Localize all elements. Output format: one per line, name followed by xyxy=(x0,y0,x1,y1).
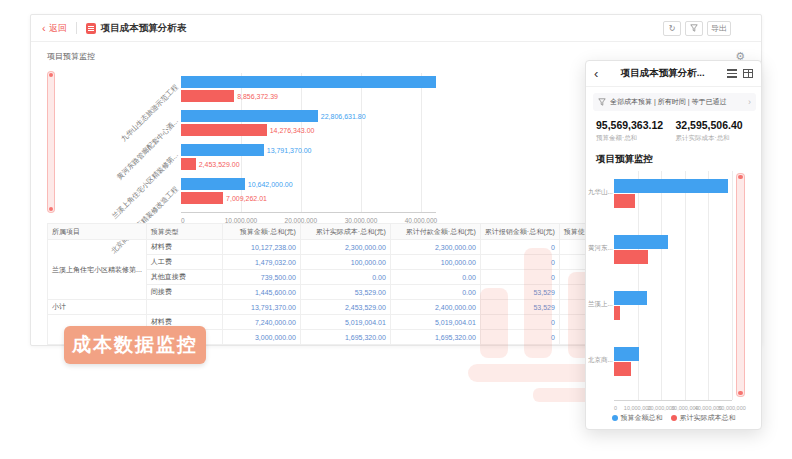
budget-bar[interactable] xyxy=(181,144,264,156)
legend-item-budget[interactable]: 预算金额总和 xyxy=(612,413,663,423)
actual-bar[interactable] xyxy=(181,158,196,170)
panel-header-icons xyxy=(727,69,753,78)
bar-group: 22,806,631.80 14,276,343.00 xyxy=(181,110,436,138)
actual-bar[interactable] xyxy=(181,124,267,136)
budget-bar[interactable] xyxy=(614,179,728,193)
panel-header: ‹ 项目成本预算分析... xyxy=(586,61,761,87)
bar-group xyxy=(614,179,732,209)
budget-bar[interactable] xyxy=(181,76,436,88)
legend-label: 预算金额总和 xyxy=(621,413,663,423)
budget-bar[interactable] xyxy=(181,110,318,122)
actual-bar[interactable] xyxy=(614,362,631,376)
chart-datazoom-slider[interactable] xyxy=(47,71,55,213)
stat-actual-total: 32,595,506.40 累计实际成本·总和 xyxy=(676,119,756,143)
stat-value: 95,569,363.12 xyxy=(596,119,676,131)
cell-paid: 2,400,000.00 xyxy=(390,300,480,315)
topbar-actions: ↻ 导出 xyxy=(663,21,731,36)
actual-bar[interactable] xyxy=(181,90,234,102)
bar-value-label: 2,453,529.00 xyxy=(199,161,240,168)
cell-subtotal-label: 小计 xyxy=(48,300,147,315)
cell-actual: 53,529.00 xyxy=(300,285,390,300)
panel-section-title: 项目预算监控 xyxy=(596,153,653,166)
mobile-preview-panel: ‹ 项目成本预算分析... 全部成本预算 | 所有时间 | 等于已通过 › 95… xyxy=(585,60,762,430)
panel-title: 项目成本预算分析... xyxy=(598,67,727,80)
legend-dot-blue xyxy=(612,415,618,421)
refresh-icon: ↻ xyxy=(669,24,676,33)
panel-bar-chart: 九华山... 黄河东... 兰溪上... 北京商... xyxy=(586,169,761,409)
back-button[interactable]: ‹ 返回 xyxy=(42,22,67,35)
chart-plot-area: 8,856,372.39 22,806,631.80 14,276,343.00… xyxy=(181,73,436,213)
budget-bar[interactable] xyxy=(614,235,668,249)
datazoom-handle-bottom[interactable] xyxy=(738,391,743,395)
bar-value-label: 7,009,262.01 xyxy=(226,195,267,202)
cell-budget: 10,127,238.00 xyxy=(222,240,300,255)
refresh-button[interactable]: ↻ xyxy=(663,21,681,36)
table-row: 兰溪上角住宅小区精装修第... 材料费 10,127,238.00 2,300,… xyxy=(48,240,638,255)
category-label: 北京商... xyxy=(588,356,613,365)
cell-paid: 100,000.00 xyxy=(390,255,480,270)
panel-datazoom-slider[interactable] xyxy=(736,173,745,397)
panel-stats: 95,569,363.12 预算金额·总和 32,595,506.40 累计实际… xyxy=(596,119,755,143)
stat-value: 32,595,506.40 xyxy=(676,119,756,131)
cell-reimburse: 0 xyxy=(480,315,559,330)
cell-reimburse: 0 xyxy=(480,255,559,270)
cell-budget: 739,500.00 xyxy=(222,270,300,285)
budget-bar[interactable] xyxy=(181,178,245,190)
list-icon[interactable] xyxy=(727,69,737,78)
stat-budget-total: 95,569,363.12 预算金额·总和 xyxy=(596,119,676,143)
stat-label: 预算金额·总和 xyxy=(596,134,676,143)
back-chevron-icon: ‹ xyxy=(42,23,46,34)
bar-group xyxy=(614,347,732,377)
stat-label: 累计实际成本·总和 xyxy=(676,134,756,143)
cell-paid: 1,695,320.00 xyxy=(390,330,480,345)
bar-value-label: 10,642,000.00 xyxy=(248,181,293,188)
report-doc-icon xyxy=(86,23,96,34)
col-header-project[interactable]: 所属项目 xyxy=(48,224,147,240)
budget-bar[interactable] xyxy=(614,291,647,305)
legend-item-actual[interactable]: 累计实际成本总和 xyxy=(671,413,736,423)
datazoom-handle-bottom[interactable] xyxy=(49,207,53,211)
panel-filter-bar[interactable]: 全部成本预算 | 所有时间 | 等于已通过 › xyxy=(593,93,756,111)
col-header-type[interactable]: 预算类型 xyxy=(146,224,222,240)
bar-value-label: 13,791,370.00 xyxy=(267,147,312,154)
category-label: 兰溪上... xyxy=(588,300,613,309)
actual-bar[interactable] xyxy=(181,192,223,204)
category-label: 九华山... xyxy=(588,188,613,197)
cell-paid: 0.00 xyxy=(390,285,480,300)
actual-bar[interactable] xyxy=(614,250,648,264)
cell-reimburse: 0 xyxy=(480,270,559,285)
datazoom-handle-top[interactable] xyxy=(738,175,743,179)
export-button[interactable]: 导出 xyxy=(707,21,731,36)
filter-button[interactable] xyxy=(685,21,703,36)
cell-type: 材料费 xyxy=(146,240,222,255)
cell-budget: 7,240,000.00 xyxy=(222,315,300,330)
cost-monitor-badge: 成本数据监控 xyxy=(64,326,206,364)
x-tick: 0 xyxy=(614,405,617,411)
col-header-reimburse[interactable]: 累计报销金额·总和(元) xyxy=(480,224,559,240)
export-label: 导出 xyxy=(711,23,727,34)
col-header-paid[interactable]: 累计付款金额·总和(元) xyxy=(390,224,480,240)
cell-reimburse: 0 xyxy=(480,240,559,255)
actual-bar[interactable] xyxy=(614,306,620,320)
cell-actual: 2,453,529.00 xyxy=(300,300,390,315)
filter-funnel-icon xyxy=(690,24,698,32)
cell-paid: 5,019,004.01 xyxy=(390,315,480,330)
cell-reimburse: 0 xyxy=(480,330,559,345)
cell-type: 人工费 xyxy=(146,255,222,270)
actual-bar[interactable] xyxy=(614,194,635,208)
chevron-right-icon: › xyxy=(748,97,751,107)
col-header-actual[interactable]: 累计实际成本·总和(元) xyxy=(300,224,390,240)
col-header-budget[interactable]: 预算金额·总和(元) xyxy=(222,224,300,240)
bar-group: 10,642,000.00 7,009,262.01 xyxy=(181,178,436,206)
budget-bar[interactable] xyxy=(614,347,639,361)
x-axis: 0 10,000,000 20,000,000 30,000,000 40,00… xyxy=(614,405,732,413)
cell-actual: 1,695,320.00 xyxy=(300,330,390,345)
chart-plot-area xyxy=(614,171,732,401)
grid-icon[interactable] xyxy=(743,69,753,78)
page-title: 项目成本预算分析表 xyxy=(101,22,187,35)
cell-paid: 2,300,000.00 xyxy=(390,240,480,255)
bar-value-label: 22,806,631.80 xyxy=(321,113,366,120)
cell-type: 其他直接费 xyxy=(146,270,222,285)
bar-group: 8,856,372.39 xyxy=(181,76,436,104)
datazoom-handle-top[interactable] xyxy=(49,73,53,77)
